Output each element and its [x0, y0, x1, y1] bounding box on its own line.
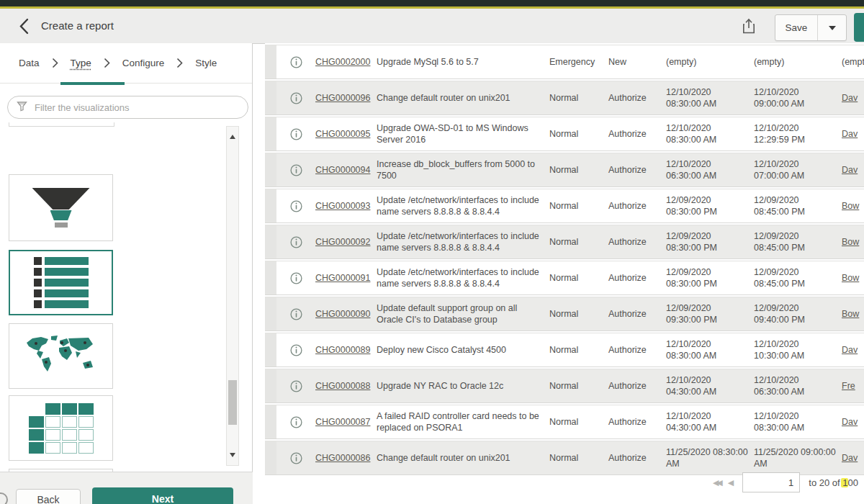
- viz-card-funnel[interactable]: [9, 174, 113, 241]
- state-cell: Authorize: [608, 380, 666, 392]
- info-icon[interactable]: [276, 92, 315, 104]
- state-cell: Authorize: [608, 452, 666, 464]
- assignee-link[interactable]: Bow: [842, 201, 859, 211]
- priority-cell: Normal: [549, 164, 608, 176]
- record-number-link[interactable]: CHG0000089: [315, 345, 370, 355]
- back-arrow-icon[interactable]: [16, 18, 32, 35]
- viz-card-world-map[interactable]: [9, 323, 113, 389]
- table-row: CHG0000086Change default router on unix2…: [265, 441, 864, 475]
- page-number-input[interactable]: [742, 472, 800, 492]
- info-icon[interactable]: [276, 272, 315, 284]
- row-gutter: [265, 369, 276, 402]
- short-description: Change default router on unix201: [377, 452, 549, 464]
- record-number-link[interactable]: CHG0000086: [315, 453, 370, 463]
- step-configure[interactable]: Configure: [122, 58, 165, 68]
- row-gutter: [265, 81, 276, 114]
- assignee-link[interactable]: Dav: [842, 453, 858, 463]
- record-number-link[interactable]: CHG0000090: [315, 309, 370, 319]
- assignee-link[interactable]: Bow: [842, 309, 859, 319]
- assignee-link[interactable]: Dav: [842, 417, 858, 427]
- state-cell: Authorize: [608, 200, 666, 212]
- app-frame-bar: [0, 0, 864, 6]
- save-split-button: Save: [775, 14, 847, 41]
- next-button[interactable]: Next: [92, 487, 233, 504]
- record-number-link[interactable]: CHG0000088: [315, 381, 370, 391]
- assignee-link[interactable]: Dav: [842, 345, 858, 355]
- table-row: CHG0000090Update default support group o…: [265, 297, 864, 331]
- start-date-cell: 12/09/2020 08:30:00 PM: [666, 230, 754, 254]
- scroll-down-icon[interactable]: [230, 453, 235, 460]
- table-row: CHG0000088Upgrade NY RAC to Oracle 12cNo…: [265, 369, 864, 403]
- first-page-button[interactable]: ◀◀: [713, 478, 721, 487]
- end-date-cell: 12/09/2020 09:40:00 PM: [754, 302, 842, 326]
- record-number-link[interactable]: CHG0000092: [315, 237, 370, 247]
- report-wizard-panel: Data Type Configure Style: [0, 43, 253, 472]
- assignee-link[interactable]: Bow: [842, 273, 859, 283]
- end-date-cell: 12/10/2020 12:29:59 PM: [754, 122, 842, 146]
- start-date-cell: 12/10/2020 08:30:00 AM: [666, 122, 754, 146]
- table-row: CHG0000092Update /etc/network/interfaces…: [265, 225, 864, 259]
- start-date-cell: 12/10/2020 04:30:00 AM: [666, 374, 754, 398]
- assignee-link[interactable]: Dav: [842, 165, 858, 175]
- start-date-cell: 12/10/2020 06:30:00 AM: [666, 158, 754, 182]
- assignee-link[interactable]: Bow: [842, 237, 859, 247]
- report-table-rows: CHG0002000Upgrade MySql 5.6 to 5.7Emerge…: [265, 45, 864, 477]
- info-icon[interactable]: [276, 128, 315, 140]
- table-row: CHG0002000Upgrade MySql 5.6 to 5.7Emerge…: [265, 45, 864, 79]
- info-icon[interactable]: [276, 380, 315, 392]
- save-menu-button[interactable]: [817, 15, 846, 40]
- assignee-link[interactable]: Fre: [842, 381, 855, 391]
- chevron-right-icon: [52, 58, 58, 68]
- info-icon[interactable]: [276, 416, 315, 428]
- step-data[interactable]: Data: [19, 58, 40, 68]
- clipped-primary-button[interactable]: [854, 13, 864, 42]
- short-description: Change default router on unix201: [377, 92, 549, 104]
- short-description: Deploy new Cisco Catalyst 4500: [377, 344, 549, 356]
- assignee-link[interactable]: Dav: [842, 129, 858, 139]
- viz-card-list[interactable]: [9, 250, 113, 315]
- assignee-link[interactable]: Dav: [842, 93, 858, 103]
- info-icon[interactable]: [276, 344, 315, 356]
- info-icon[interactable]: [276, 452, 315, 464]
- priority-cell: Normal: [549, 128, 608, 140]
- table-row: CHG0000095Upgrade OWA-SD-01 to MS Window…: [265, 117, 864, 151]
- filter-input[interactable]: [33, 102, 248, 114]
- info-icon[interactable]: [276, 200, 315, 212]
- end-date-cell: 11/25/2020 09:00:00 AM: [754, 446, 842, 470]
- priority-cell: Normal: [549, 416, 608, 428]
- step-style[interactable]: Style: [195, 58, 217, 68]
- info-icon[interactable]: [276, 308, 315, 320]
- wizard-breadcrumb: Data Type Configure Style: [0, 43, 252, 84]
- info-icon[interactable]: [276, 236, 315, 248]
- state-cell: Authorize: [608, 164, 666, 176]
- heatmap-grid-icon: [29, 403, 94, 454]
- record-number-link[interactable]: CHG0000087: [315, 417, 370, 427]
- short-description: Update default support group on all Orac…: [377, 302, 549, 326]
- clipped-help-icon[interactable]: [0, 492, 8, 504]
- step-type[interactable]: Type: [71, 58, 91, 68]
- record-number-link[interactable]: CHG0000094: [315, 165, 370, 175]
- record-number-link[interactable]: CHG0000091: [315, 273, 370, 283]
- info-icon[interactable]: [276, 56, 315, 68]
- record-number-link[interactable]: CHG0000093: [315, 201, 370, 211]
- viz-card-heatmap[interactable]: [9, 395, 113, 461]
- info-icon[interactable]: [276, 164, 315, 176]
- active-step-indicator: [60, 82, 125, 85]
- share-icon[interactable]: [740, 18, 757, 35]
- record-number-link[interactable]: CHG0000096: [315, 93, 370, 103]
- save-button[interactable]: Save: [775, 15, 817, 40]
- priority-cell: Normal: [549, 92, 608, 104]
- end-date-cell: 12/10/2020 06:30:00 AM: [754, 374, 842, 398]
- back-button[interactable]: Back: [16, 489, 81, 504]
- scroll-up-icon[interactable]: [230, 132, 235, 139]
- start-date-cell: 12/10/2020 04:30:00 AM: [666, 410, 754, 434]
- visualization-list: [0, 122, 252, 472]
- record-number-link[interactable]: CHG0002000: [315, 57, 370, 67]
- panel-scrollbar[interactable]: [226, 126, 239, 466]
- prev-page-button[interactable]: ◀: [728, 478, 734, 487]
- scrollbar-thumb[interactable]: [228, 380, 237, 425]
- short-description: Update /etc/network/interfaces to includ…: [377, 266, 549, 290]
- report-preview: CHG0002000Upgrade MySql 5.6 to 5.7Emerge…: [265, 43, 864, 504]
- record-number-link[interactable]: CHG0000095: [315, 129, 370, 139]
- end-date-cell: 12/10/2020 10:30:00 AM: [754, 338, 842, 362]
